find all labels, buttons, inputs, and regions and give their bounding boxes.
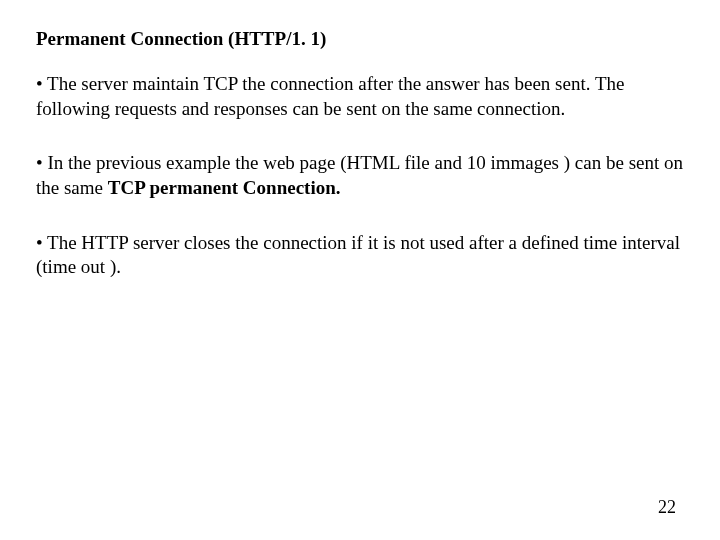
slide-title: Permanent Connection (HTTP/1. 1) (36, 28, 684, 50)
bullet-2: • In the previous example the web page (… (36, 151, 684, 200)
slide-container: Permanent Connection (HTTP/1. 1) • The s… (0, 0, 720, 540)
page-number: 22 (658, 497, 676, 518)
bullet-1: • The server maintain TCP the connection… (36, 72, 684, 121)
bullet-2-bold: TCP permanent Connection. (108, 177, 341, 198)
bullet-3: • The HTTP server closes the connection … (36, 231, 684, 280)
